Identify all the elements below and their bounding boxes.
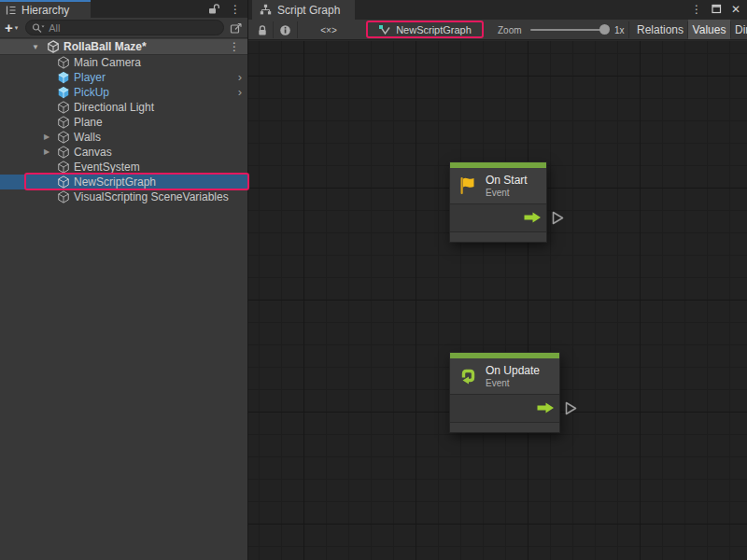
search-placeholder: All [49,22,60,34]
hierarchy-tab-label: Hierarchy [21,4,69,17]
hierarchy-tabstrip: Hierarchy ⋮ [0,0,247,18]
hierarchy-list-icon [6,5,17,16]
flow-arrow-icon [537,402,555,413]
gameobject-cube-icon [57,146,70,159]
prefab-chevron-icon[interactable]: › [238,85,242,100]
plus-caret-icon: ▾ [15,24,19,31]
hierarchy-toolbar: + ▾ All [0,18,247,38]
zoom-label: Zoom [498,20,522,40]
gameobject-cube-icon [57,116,70,129]
update-loop-icon [457,365,479,387]
scene-header[interactable]: ▼ RollaBall Maze* ⋮ [0,39,247,55]
picker-window-icon[interactable] [230,21,243,35]
hierarchy-item-plane[interactable]: Plane [0,115,247,130]
hierarchy-item-eventsystem[interactable]: EventSystem [0,160,247,175]
node-title: On Update [486,364,540,378]
node-on-start[interactable]: On Start Event [449,161,547,243]
gameobject-cube-icon [57,190,70,203]
relations-button[interactable]: Relations [633,20,687,40]
scene-name: RollaBall Maze* [63,40,147,53]
expand-triangle-icon[interactable]: ▶ [44,148,49,156]
hierarchy-item-directional-light[interactable]: Directional Light [0,100,247,115]
prefab-chevron-icon[interactable]: › [238,70,242,85]
window-menu-icon[interactable]: ⋮ [691,4,702,15]
gameobject-cube-icon [57,161,70,174]
values-button[interactable]: Values [688,20,730,40]
dim-button[interactable]: Dim [735,20,747,40]
hierarchy-item-canvas[interactable]: ▶ Canvas [0,145,247,160]
gameobject-cube-icon [57,56,70,69]
script-graph-panel: Script Graph ⋮ ✕ <×> [248,0,747,560]
panel-unlock-icon[interactable] [207,3,220,15]
script-graph-tab-label: Script Graph [277,4,340,17]
tab-script-graph[interactable]: Script Graph [252,0,355,20]
variables-toggle-icon[interactable]: <×> [316,20,342,40]
gameobject-cube-icon [57,175,70,189]
plus-icon: + [5,21,13,35]
zoom-slider-handle[interactable] [599,24,610,35]
gameobject-cube-icon [57,131,70,144]
node-on-update[interactable]: On Update Event [449,352,560,433]
gameobject-cube-icon [57,101,70,114]
zoom-value: 1x [614,20,625,40]
scene-foldout-icon[interactable]: ▼ [32,43,39,51]
hierarchy-item-pickup[interactable]: PickUp › [0,85,247,100]
graph-nodes-icon [260,4,272,16]
node-subtitle: Event [486,188,528,199]
flow-arrow-icon [524,212,542,223]
script-graph-tabstrip: Script Graph ⋮ ✕ [248,0,747,20]
zoom-slider-track[interactable] [530,29,607,31]
hierarchy-item-scenevariables[interactable]: VisualScripting SceneVariables [0,189,247,204]
add-object-button[interactable]: + ▾ [5,21,18,35]
script-graph-toolbar: <×> NewScriptGraph Zoom 1x Relations Val… [248,20,747,40]
graph-canvas[interactable]: On Start Event [248,41,747,560]
node-footer [450,232,546,242]
prefab-cube-icon [57,86,70,99]
node-subtitle: Event [486,378,540,389]
hierarchy-search-input[interactable]: All [25,20,224,35]
node-title: On Start [486,174,528,188]
output-port[interactable] [565,401,577,415]
graph-info-icon[interactable] [276,20,293,40]
output-port[interactable] [552,211,564,225]
hierarchy-menu-icon[interactable]: ⋮ [230,4,241,15]
tab-hierarchy[interactable]: Hierarchy [0,0,91,18]
hierarchy-panel: Hierarchy ⋮ + ▾ All [0,0,248,560]
node-footer [450,423,559,432]
expand-triangle-icon[interactable]: ▶ [44,133,49,141]
unity-editor-window: Hierarchy ⋮ + ▾ All [0,0,747,560]
graph-breadcrumb-label[interactable]: NewScriptGraph [396,24,472,35]
close-icon[interactable]: ✕ [731,4,740,15]
maximize-icon[interactable] [712,4,722,14]
prefab-cube-icon [57,71,70,84]
annotation-box-breadcrumb: NewScriptGraph [366,21,484,38]
hierarchy-tree: Main Camera Player › PickUp › Directiona… [0,55,247,204]
hierarchy-item-walls[interactable]: ▶ Walls [0,130,247,145]
graph-breadcrumb-icon [378,23,391,36]
scene-menu-icon[interactable]: ⋮ [229,41,240,52]
hierarchy-item-main-camera[interactable]: Main Camera [0,55,247,70]
unity-scene-icon [47,40,60,53]
flag-icon [457,175,479,197]
hierarchy-item-newscriptgraph[interactable]: NewScriptGraph [0,175,247,189]
hierarchy-item-player[interactable]: Player › [0,70,247,85]
search-icon [32,22,45,34]
graph-lock-icon[interactable] [254,20,271,40]
